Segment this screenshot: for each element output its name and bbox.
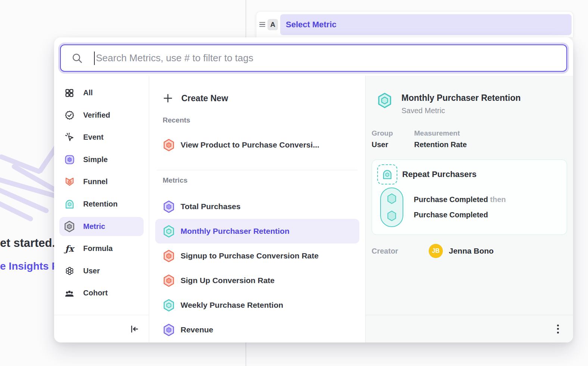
metric-detail-panel: Monthly Purchaser Retention Saved Metric… <box>365 76 573 342</box>
metric-icon <box>163 200 175 213</box>
sidebar-item-user[interactable]: User <box>59 261 144 280</box>
simple-metric-icon <box>64 154 75 165</box>
recents-section-header: Recents <box>149 116 365 124</box>
recent-item[interactable]: View Product to Purchase Conversi... <box>155 133 359 157</box>
metric-icon <box>163 299 175 312</box>
sidebar-item-label: Retention <box>83 200 118 208</box>
sidebar-item-verified[interactable]: Verified <box>59 106 144 125</box>
creator-name: Jenna Bono <box>449 246 494 255</box>
step-connector: then <box>490 195 506 204</box>
event-hexagon-icon <box>386 210 397 222</box>
metric-icon <box>163 274 175 287</box>
sidebar-item-label: Simple <box>83 155 108 164</box>
metric-item-weekly-purchase-retention[interactable]: Weekly Purchase Retention <box>155 293 359 317</box>
metric-item-label: Monthly Purchaser Retention <box>181 227 290 236</box>
formula-icon: ƒx <box>64 243 75 254</box>
metric-icon <box>163 323 175 336</box>
definition-name: Repeat Purchasers <box>402 170 476 179</box>
section-divider <box>157 170 358 170</box>
metric-item-label: Signup to Purchase Conversion Rate <box>181 251 319 260</box>
user-cluster-icon <box>64 265 75 276</box>
metric-item-monthly-purchaser-retention[interactable]: Monthly Purchaser Retention <box>155 219 359 244</box>
create-new-button[interactable]: Create New <box>155 88 359 109</box>
sidebar-item-retention[interactable]: Retention <box>59 195 144 214</box>
group-value: User <box>372 140 405 149</box>
sidebar-item-funnel[interactable]: Funnel <box>59 172 144 191</box>
grid-icon <box>64 87 75 99</box>
sidebar-item-metric[interactable]: Metric <box>59 217 144 236</box>
more-options-icon[interactable] <box>555 322 561 336</box>
sidebar-item-all[interactable]: All <box>59 83 144 102</box>
step-2: Purchase Completed <box>414 211 488 219</box>
search-icon <box>72 53 83 64</box>
search-field[interactable] <box>60 44 567 72</box>
results-list: Create New Recents View Product to Purch… <box>149 76 365 342</box>
sidebar-item-label: Verified <box>83 111 110 120</box>
sidebar-footer <box>54 315 149 342</box>
metric-picker-modal: All Verified <box>54 37 573 342</box>
avatar: JB <box>429 244 443 258</box>
metric-icon <box>163 249 175 263</box>
sidebar-item-label: User <box>83 267 100 275</box>
metric-item-sign-up-conversion[interactable]: Sign Up Conversion Rate <box>155 268 359 293</box>
funnel-metric-icon <box>163 139 175 152</box>
cohort-icon <box>64 288 75 299</box>
sidebar-item-event[interactable]: Event <box>59 128 144 147</box>
creator-row: Creator JB Jenna Bono <box>372 244 567 258</box>
event-hexagon-icon <box>386 193 397 205</box>
metric-icon <box>163 225 175 238</box>
verified-badge-icon <box>64 109 75 121</box>
sidebar-item-label: Event <box>83 133 103 142</box>
detail-type-label: Saved Metric <box>401 106 520 115</box>
measurement-field: Measurement Retention Rate <box>414 129 467 149</box>
cursor-spark-icon <box>64 132 75 143</box>
measurement-label: Measurement <box>414 129 467 137</box>
sidebar-item-label: Cohort <box>83 289 108 297</box>
group-label: Group <box>372 129 405 137</box>
sidebar-item-formula[interactable]: ƒx Formula <box>59 239 144 258</box>
detail-title: Monthly Purchaser Retention <box>401 92 520 103</box>
background-headline-fragment: et started. <box>0 236 55 250</box>
metric-row-badge: A <box>268 19 278 30</box>
plus-icon <box>163 93 173 103</box>
metric-item-revenue[interactable]: Revenue <box>155 317 359 342</box>
definition-steps: Purchase Completed then Purchase Complet… <box>414 192 506 223</box>
create-new-label: Create New <box>181 93 228 103</box>
sidebar-item-label: Formula <box>83 244 113 253</box>
group-field: Group User <box>372 129 405 149</box>
recent-item-label: View Product to Purchase Conversi... <box>181 140 319 149</box>
funnel-icon <box>64 176 75 187</box>
event-sequence-capsule <box>380 187 403 227</box>
collapse-sidebar-icon[interactable] <box>129 324 139 334</box>
detail-footer <box>366 315 573 342</box>
retention-definition-icon <box>377 164 397 184</box>
metrics-section-header: Metrics <box>149 176 365 184</box>
retention-icon <box>64 198 75 210</box>
metric-row-bar: A Select Metric <box>256 11 573 37</box>
filter-sidebar: All Verified <box>54 76 149 342</box>
metric-item-label: Total Purchases <box>181 202 241 211</box>
step-1: Purchase Completed <box>414 195 488 204</box>
saved-metric-icon <box>377 92 392 109</box>
metric-item-total-purchases[interactable]: Total Purchases <box>155 194 359 219</box>
definition-card: Repeat Purchasers Purchase Completed the… <box>372 159 567 235</box>
metric-item-label: Weekly Purchase Retention <box>181 301 283 310</box>
metric-hexagon-icon <box>64 221 75 232</box>
metric-item-label: Revenue <box>181 325 213 334</box>
search-input[interactable] <box>95 52 560 64</box>
sidebar-item-simple[interactable]: Simple <box>59 150 144 169</box>
sidebar-item-label: Metric <box>83 222 105 231</box>
metric-item-signup-to-purchase[interactable]: Signup to Purchase Conversion Rate <box>155 244 359 268</box>
drag-handle-icon[interactable] <box>259 22 265 27</box>
sidebar-item-label: All <box>83 89 93 97</box>
metric-item-label: Sign Up Conversion Rate <box>181 276 275 285</box>
sidebar-item-cohort[interactable]: Cohort <box>59 283 144 303</box>
select-metric-button[interactable]: Select Metric <box>280 14 572 35</box>
sidebar-item-label: Funnel <box>83 177 108 186</box>
measurement-value: Retention Rate <box>414 140 467 149</box>
creator-label: Creator <box>372 247 402 255</box>
